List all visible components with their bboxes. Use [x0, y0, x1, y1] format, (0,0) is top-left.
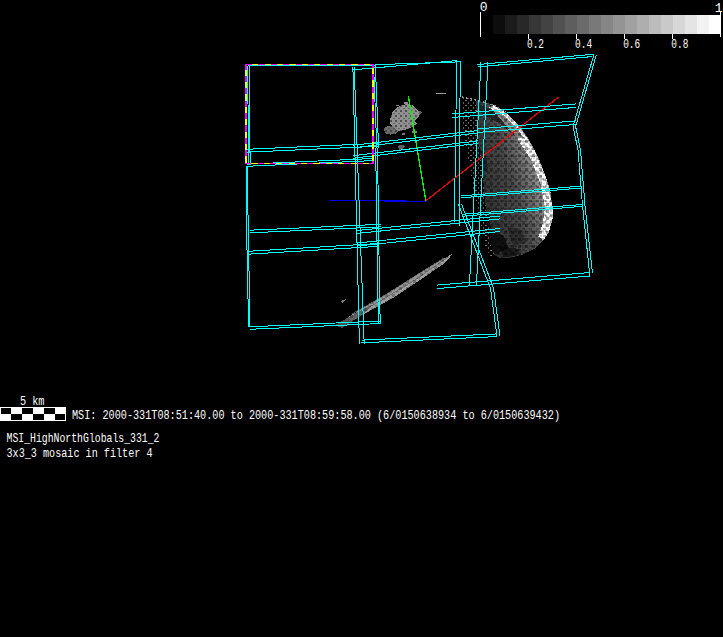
svg-text:MSI_HighNorthGlobals_331_2: MSI_HighNorthGlobals_331_2 — [7, 431, 160, 446]
svg-text:MSI: 2000-331T08:51:40.00 to: MSI: 2000-331T08:51:40.00 to 2000-331T08… — [72, 408, 560, 423]
svg-text:1: 1 — [715, 1, 723, 16]
svg-text:0.8: 0.8 — [671, 37, 688, 52]
svg-text:0.4: 0.4 — [575, 37, 592, 52]
svg-text:5 km: 5 km — [20, 394, 45, 409]
svg-text:0.2: 0.2 — [527, 37, 544, 52]
svg-text:3x3_3 mosaic in filter 4: 3x3_3 mosaic in filter 4 — [7, 446, 153, 461]
svg-text:0: 0 — [480, 0, 488, 15]
svg-text:0.6: 0.6 — [623, 37, 640, 52]
